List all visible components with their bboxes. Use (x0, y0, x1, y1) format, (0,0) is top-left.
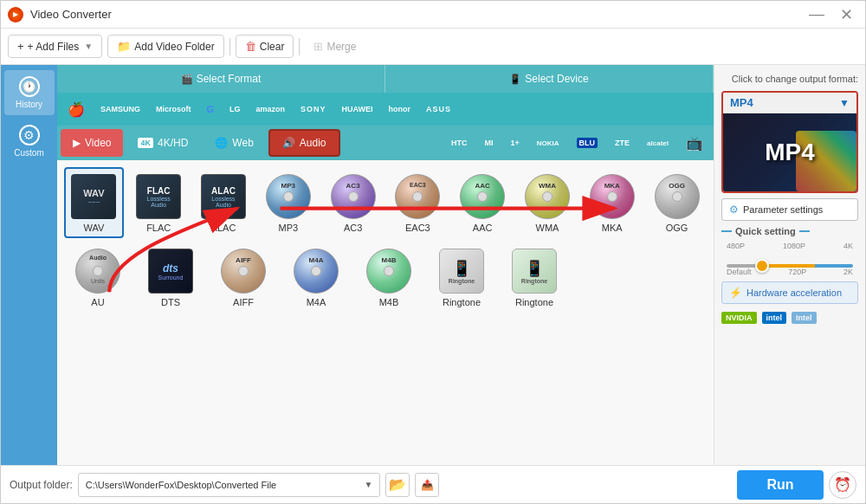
clear-icon: 🗑 (245, 40, 256, 53)
format-item-au[interactable]: Audio Units AU (64, 242, 132, 313)
mka-icon: MKA (588, 172, 637, 221)
window-title: Video Converter (30, 8, 804, 21)
device-samsung[interactable]: SAMSUNG (94, 97, 147, 121)
format-item-alac[interactable]: ALAC Lossless Audio ALAC (194, 167, 254, 238)
format-item-ogg[interactable]: OGG OGG (647, 167, 707, 238)
wav-icon: WAV ~~~ (69, 172, 118, 221)
add-icon: + (17, 40, 24, 53)
format-dropdown-arrow-icon[interactable]: ▼ (839, 97, 850, 109)
output-path-input[interactable]: C:\Users\WonderFox\Desktop\Converted Fil… (78, 473, 381, 497)
dts-icon: dts Surround (146, 247, 195, 295)
titlebar: ▶ Video Converter — ✕ (1, 1, 865, 29)
format-item-mp3[interactable]: MP3 MP3 (258, 167, 318, 238)
mp3-icon: MP3 (264, 172, 313, 221)
device-huawei[interactable]: HUAWEI (335, 97, 380, 121)
device-tv[interactable]: 📺 (679, 131, 710, 155)
type-audio-button[interactable]: 🔊 Audio (268, 129, 340, 157)
format-item-wma[interactable]: WMA WMA (518, 167, 578, 238)
toolbar: + + Add Files ▼ 📁 Add Video Folder 🗑 Cle… (1, 29, 865, 65)
eac3-icon: EAC3 (393, 172, 442, 221)
format-item-dts[interactable]: dts Surround DTS (137, 242, 204, 313)
format-item-m4b[interactable]: M4B M4B (355, 242, 423, 313)
alarm-button[interactable]: ⏰ (829, 471, 856, 499)
device-amazon[interactable]: amazon (249, 97, 293, 121)
device-oneplus[interactable]: 1+ (504, 131, 527, 155)
toolbar-divider (229, 38, 230, 55)
open-output-button[interactable]: 📤 (415, 473, 439, 497)
ringtone-apple-icon: 📱 Ringtone (437, 247, 486, 295)
output-path-dropdown-icon[interactable]: ▼ (364, 480, 372, 489)
format-item-flac[interactable]: FLAC Lossless Audio FLAC (129, 167, 189, 238)
device-htc[interactable]: HTC (444, 131, 475, 155)
type-web-button[interactable]: 🌐 Web (203, 129, 265, 157)
intel-badge2: Intel (792, 312, 817, 324)
close-button[interactable]: ✕ (835, 5, 858, 24)
aiff-icon: AIFF (219, 247, 268, 295)
mp4-preview-text: MP4 (765, 139, 815, 166)
format-item-mka[interactable]: MKA MKA (582, 167, 642, 238)
devices-row: 🍎 SAMSUNG Microsoft G LG amazon SONY HUA… (57, 93, 714, 126)
folder-open-icon: 📂 (389, 476, 406, 493)
output-bar: Output folder: C:\Users\WonderFox\Deskto… (1, 465, 865, 503)
format-item-ringtone-android[interactable]: 📱 Ringtone Ringtone (501, 242, 568, 313)
format-item-ringtone-apple[interactable]: 📱 Ringtone Ringtone (428, 242, 495, 313)
slider-thumb[interactable] (755, 259, 769, 273)
output-folder-label: Output folder: (10, 479, 73, 491)
slider-track (727, 264, 853, 268)
device-row2: HTC MI 1+ NOKIA BLU ZTE alcatel 📺 (343, 131, 710, 155)
device-microsoft[interactable]: Microsoft (149, 97, 198, 121)
format-item-eac3[interactable]: EAC3 EAC3 (388, 167, 448, 238)
device-alcatel[interactable]: alcatel (640, 131, 675, 155)
browse-folder-button[interactable]: 📂 (385, 473, 410, 497)
nvidia-badge: NVIDIA (721, 312, 757, 324)
device-blu[interactable]: BLU (570, 131, 605, 155)
output-format-box[interactable]: MP4 ▼ MP4 (721, 91, 858, 193)
aac-icon: AAC (458, 172, 507, 221)
gpu-badges-row: NVIDIA intel Intel (721, 309, 858, 326)
add-files-button[interactable]: + + Add Files ▼ (8, 35, 102, 58)
dropdown-arrow-icon[interactable]: ▼ (84, 42, 93, 51)
quality-slider[interactable]: 480P 1080P 4K Default 720P 2K (723, 242, 856, 276)
type-row: ▶ Video 4K 4K/HD 🌐 Web 🔊 Audio HTC (57, 126, 714, 160)
folder-icon: 📁 (117, 40, 131, 53)
flac-icon: FLAC Lossless Audio (134, 172, 183, 221)
device-zte[interactable]: ZTE (608, 131, 637, 155)
format-item-wav[interactable]: WAV ~~~ WAV (64, 167, 124, 238)
select-format-tab[interactable]: 🎬 Select Format (57, 65, 385, 93)
device-mi[interactable]: MI (478, 131, 501, 155)
device-sony[interactable]: SONY (294, 97, 333, 121)
right-panel: Click to change output format: MP4 ▼ MP4… (714, 65, 865, 465)
hardware-acceleration-button[interactable]: ⚡ Hardware acceleration (721, 281, 858, 304)
format-item-aiff[interactable]: AIFF AIFF (210, 242, 277, 313)
device-asus[interactable]: ASUS (419, 97, 458, 121)
format-select-row[interactable]: MP4 ▼ (723, 93, 856, 113)
add-video-folder-button[interactable]: 📁 Add Video Folder (107, 35, 224, 58)
alarm-icon: ⏰ (834, 476, 851, 493)
device-nokia[interactable]: NOKIA (530, 131, 566, 155)
device-honor[interactable]: honor (382, 97, 418, 121)
sidebar-item-history[interactable]: 🕐 History (4, 70, 55, 115)
clear-button[interactable]: 🗑 Clear (236, 35, 294, 58)
format-item-aac[interactable]: AAC AAC (453, 167, 513, 238)
center-panel: 🎬 Select Format 📱 Select Device 🍎 SAMSUN… (57, 65, 714, 465)
device-apple[interactable]: 🍎 (61, 97, 92, 121)
select-device-tab[interactable]: 📱 Select Device (385, 65, 714, 93)
web-icon: 🌐 (215, 137, 228, 149)
device-icon: 📱 (509, 74, 521, 85)
minimize-button[interactable]: — (804, 5, 830, 24)
type-video-button[interactable]: ▶ Video (61, 129, 123, 157)
device-lg[interactable]: LG (223, 97, 248, 121)
parameter-settings-button[interactable]: ⚙ Parameter settings (721, 198, 858, 221)
format-item-ac3[interactable]: AC3 AC3 (323, 167, 383, 238)
window-controls: — ✕ (804, 5, 858, 24)
app-logo: ▶ (8, 7, 23, 23)
au-icon: Audio Units (74, 247, 122, 295)
format-item-m4a[interactable]: M4A M4A (282, 242, 350, 313)
m4b-icon: M4B (365, 247, 413, 295)
device-google[interactable]: G (200, 97, 222, 121)
type-4khd-button[interactable]: 4K 4K/HD (126, 129, 200, 157)
run-button[interactable]: Run (737, 470, 824, 500)
tv-icon: 📺 (686, 135, 703, 152)
intel-badge: intel (762, 312, 787, 324)
sidebar-item-custom[interactable]: ⚙ Custom (4, 119, 55, 164)
